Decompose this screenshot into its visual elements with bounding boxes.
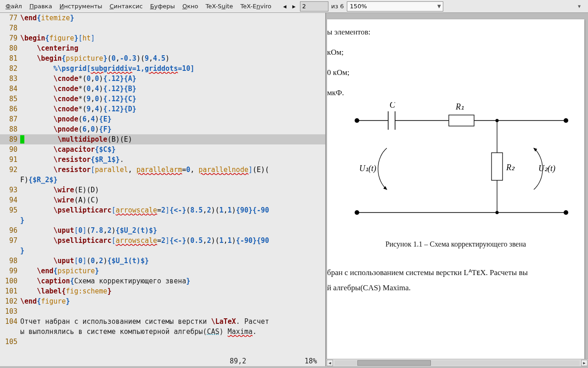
editor-menubar: ФайлПравкаИнструментыСинтаксисБуферыОкно…: [0, 1, 275, 11]
line-number: 94: [0, 195, 20, 205]
zoom-select[interactable]: 150% ▼: [347, 1, 443, 12]
menu-item[interactable]: Синтаксис: [106, 1, 146, 11]
line-number: 91: [0, 155, 20, 165]
label-R1: R₁: [455, 102, 464, 111]
code-line[interactable]: 95 \psellipticarc[arrowscale=2]{<-}(8.5,…: [0, 205, 325, 215]
menu-item[interactable]: Файл: [2, 1, 26, 11]
code-line[interactable]: 85 \cnode*(9,0){.12}{C}: [0, 94, 325, 104]
svg-rect-14: [492, 153, 503, 180]
menu-item[interactable]: TeX-Enviro: [237, 1, 275, 11]
scroll-thumb[interactable]: [357, 360, 431, 366]
line-text: \end{itemize}: [20, 13, 325, 23]
line-number: 100: [0, 276, 20, 286]
code-line[interactable]: 89 \multidipole(B)(E): [0, 134, 325, 144]
code-line-wrap[interactable]: 104ы выполнялись в системе компьютерной …: [0, 327, 325, 337]
menu-item[interactable]: Окно: [179, 1, 202, 11]
label-C: C: [390, 102, 396, 109]
line-number: 92: [0, 165, 20, 175]
line-text: [20, 23, 325, 33]
pdf-area[interactable]: C R₁ R₂ U₁(t) U₂(t) Рисунок 1.1 – Схема …: [326, 13, 588, 359]
code-line[interactable]: 98 \uput[0](0,2){$U_1(t)$}: [0, 256, 325, 266]
line-text: \multidipole(B)(E): [20, 134, 325, 144]
line-text: [20, 306, 325, 316]
code-line[interactable]: 103: [0, 306, 325, 316]
code-line[interactable]: 97 \psellipticarc[arrowscale=2]{<-}(0.5,…: [0, 236, 325, 246]
line-number: 99: [0, 266, 20, 276]
line-number: 95: [0, 205, 20, 215]
menu-item[interactable]: Правка: [26, 1, 56, 11]
code-line[interactable]: 90 \capacitor{$C$}: [0, 144, 325, 155]
pdf-text-line: 0 кОм;: [327, 68, 350, 77]
code-line[interactable]: 81 \begin{pspicture}(0,-0.3)(9,4.5): [0, 53, 325, 63]
page-number-input[interactable]: [300, 1, 328, 12]
pdf-text-line: мкФ.: [327, 88, 344, 98]
line-number: 104: [0, 316, 20, 327]
code-line-wrap[interactable]: 92F){$R_2$}: [0, 175, 325, 185]
code-line[interactable]: 93 \wire(E)(D): [0, 185, 325, 195]
code-line-wrap[interactable]: 97}: [0, 246, 325, 256]
code-line[interactable]: 77\end{itemize}: [0, 13, 325, 23]
menu-item[interactable]: Инструменты: [56, 1, 106, 11]
line-number: 89: [0, 134, 20, 144]
line-text: \pnode(6,4){E}: [20, 114, 325, 124]
code-line[interactable]: 105: [0, 337, 325, 347]
code-line[interactable]: 101 \label{fig:scheme}: [0, 286, 325, 296]
code-line[interactable]: 92 \resistor[parallel, parallelarm=0, pa…: [0, 165, 325, 175]
scroll-percent: 18%: [305, 357, 317, 365]
line-text: \cnode*(9,4){.12}{D}: [20, 104, 325, 114]
line-number: 88: [0, 124, 20, 134]
line-text: \capacitor{$C$}: [20, 144, 325, 155]
line-number: 101: [0, 286, 20, 296]
line-number: 84: [0, 84, 20, 94]
line-number: 97: [0, 236, 20, 246]
pdf-text-line: й алгебры(CAS) Maxima.: [327, 283, 411, 293]
code-line[interactable]: 94 \wire(A)(C): [0, 195, 325, 205]
line-number: 82: [0, 63, 20, 74]
code-line[interactable]: 104Отчет набран с использованием системы…: [0, 316, 325, 327]
code-line[interactable]: 79\begin{figure}[ht]: [0, 33, 325, 43]
line-number: 102: [0, 296, 20, 306]
code-line[interactable]: 78: [0, 23, 325, 33]
code-line[interactable]: 82 %\psgrid[subgriddiv=1,griddots=10]: [0, 63, 325, 74]
viewer-toolbar: ◀ ▶ из 6 150% ▼: [278, 1, 447, 12]
code-line[interactable]: 88 \pnode(6,0){F}: [0, 124, 325, 134]
code-line[interactable]: 83 \cnode*(0,0){.12}{A}: [0, 74, 325, 84]
code-line[interactable]: 87 \pnode(6,4){E}: [0, 114, 325, 124]
circuit-figure: C R₁ R₂ U₁(t) U₂(t): [336, 102, 575, 236]
svg-rect-10: [449, 115, 474, 126]
code-line[interactable]: 84 \cnode*(0,4){.12}{B}: [0, 84, 325, 94]
line-number: 96: [0, 225, 20, 236]
page-total-label: из 6: [331, 3, 344, 10]
code-line[interactable]: 99 \end{pspicture}: [0, 266, 325, 276]
code-line-wrap[interactable]: 95}: [0, 215, 325, 225]
line-number: 83: [0, 74, 20, 84]
line-text: \centering: [20, 43, 325, 53]
label-R2: R₂: [506, 163, 515, 172]
scroll-track[interactable]: [334, 360, 580, 366]
code-line[interactable]: 100 \caption{Схема корректирующего звена…: [0, 276, 325, 286]
line-number: 81: [0, 53, 20, 63]
nav-next-icon[interactable]: ▶: [291, 3, 297, 10]
line-text: \caption{Схема корректирующего звена}: [20, 276, 325, 286]
code-line[interactable]: 96 \uput[0](7.8,2){$U_2(t)$}: [0, 225, 325, 236]
code-line[interactable]: 86 \cnode*(9,4){.12}{D}: [0, 104, 325, 114]
nav-prev-icon[interactable]: ◀: [282, 3, 288, 10]
line-number: 98: [0, 256, 20, 266]
code-line[interactable]: 80 \centering: [0, 43, 325, 53]
line-number: 77: [0, 13, 20, 23]
pdf-viewer-pane: C R₁ R₂ U₁(t) U₂(t) Рисунок 1.1 – Схема …: [326, 13, 588, 366]
menu-item[interactable]: Буферы: [147, 1, 179, 11]
overflow-chevron-down-icon[interactable]: ▼: [578, 4, 585, 9]
pdf-text-line: кОм;: [327, 48, 344, 57]
code-line[interactable]: 102\end{figure}: [0, 296, 325, 306]
line-number: 85: [0, 94, 20, 104]
line-text: \pnode(6,0){F}: [20, 124, 325, 134]
code-line[interactable]: 91 \resistor{$R_1$}.: [0, 155, 325, 165]
scroll-left-icon[interactable]: ◀: [327, 360, 333, 366]
line-number: 93: [0, 185, 20, 195]
menu-item[interactable]: TeX-Suite: [202, 1, 237, 11]
scroll-right-icon[interactable]: ▶: [581, 360, 588, 366]
code-area[interactable]: 77\end{itemize}7879\begin{figure}[ht]80 …: [0, 13, 325, 356]
line-number: 90: [0, 144, 20, 155]
horizontal-scrollbar[interactable]: ◀ ▶: [326, 359, 588, 366]
